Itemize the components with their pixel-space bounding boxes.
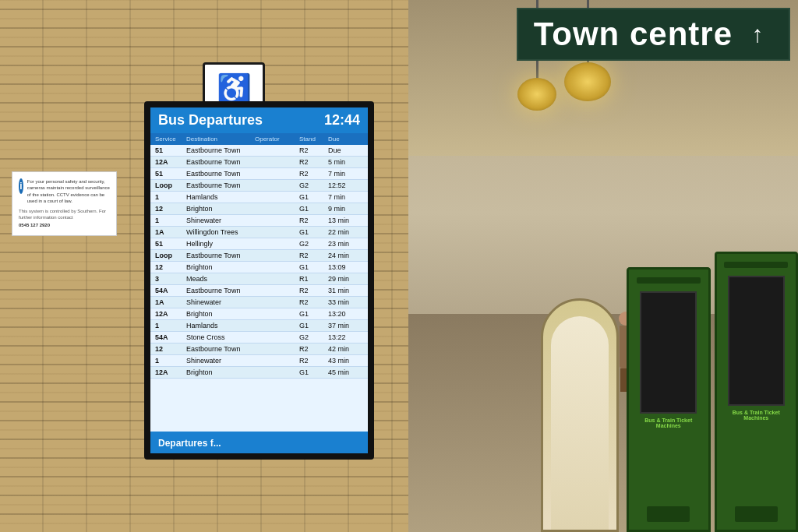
cell-service: 1 (155, 322, 185, 329)
table-row: 1 Shinewater R2 43 min (150, 355, 368, 367)
table-row: Loop Eastbourne Town R2 24 min (150, 250, 368, 262)
cell-destination: Shinewater (186, 357, 253, 365)
col-operator: Operator (255, 136, 298, 143)
cell-destination: Hellingly (186, 240, 253, 248)
cell-stand: G2 (299, 181, 327, 189)
cell-service: 12A (155, 368, 185, 376)
cell-due: 42 min (328, 345, 363, 353)
kiosk-2[interactable]: Bus & Train Ticket Machines (715, 252, 799, 532)
cell-due: 33 min (328, 298, 363, 306)
table-row: 54A Eastbourne Town R2 31 min (150, 285, 368, 297)
cell-service: 1 (155, 357, 185, 365)
cell-due: 37 min (328, 322, 363, 329)
cell-destination: Eastbourne Town (186, 287, 253, 294)
cell-stand: R2 (299, 146, 327, 154)
info-icon: i (19, 178, 23, 194)
kiosk-top-bar (637, 277, 701, 284)
footer-text: Departures f... (158, 438, 221, 449)
cell-service: 3 (155, 275, 185, 283)
cell-stand: G1 (299, 193, 327, 201)
cell-due: 13:09 (328, 263, 363, 271)
cell-stand: G1 (299, 310, 327, 318)
wheelchair-icon: ♿ (217, 72, 252, 105)
cell-due: 7 min (328, 193, 363, 201)
cell-stand: R2 (299, 170, 327, 178)
cell-stand: G2 (299, 333, 327, 341)
kiosk-screen (728, 276, 785, 406)
cell-service: 1 (155, 193, 185, 201)
table-row: 12A Brighton G1 45 min (150, 367, 368, 379)
cell-service: 54A (155, 287, 185, 294)
col-destination: Destination (186, 136, 253, 143)
cell-destination: Brighton (186, 310, 253, 318)
cell-service: 1 (155, 217, 185, 224)
table-row: 12 Brighton G1 9 min (150, 203, 368, 215)
cell-stand: R2 (299, 287, 327, 294)
departure-board: Bus Departures 12:44 Service Destination… (144, 101, 374, 460)
board-rows: 51 Eastbourne Town R2 Due 12A Eastbourne… (150, 145, 368, 432)
col-service: Service (155, 136, 185, 143)
cell-due: 45 min (328, 368, 363, 376)
cell-due: 24 min (328, 252, 363, 259)
cell-due: 13:20 (328, 310, 363, 318)
table-row: 51 Hellingly G2 23 min (150, 238, 368, 250)
cell-destination: Meads (186, 275, 253, 283)
cell-destination: Hamlands (186, 322, 253, 329)
cell-destination: Willingdon Trees (186, 228, 253, 236)
cell-due: 5 min (328, 158, 363, 166)
town-centre-text: Town centre (534, 16, 733, 53)
cell-destination: Shinewater (186, 217, 253, 224)
cell-due: 13 min (328, 217, 363, 224)
cell-destination: Eastbourne Town (186, 252, 253, 259)
cell-stand: G1 (299, 205, 327, 213)
kiosk-label: Bus & Train Ticket Machines (633, 417, 704, 428)
cell-due: 23 min (328, 240, 363, 248)
table-row: 3 Meads R1 29 min (150, 273, 368, 285)
cell-destination: Eastbourne Town (186, 345, 253, 353)
col-stand: Stand (299, 136, 327, 143)
cell-service: 1A (155, 228, 185, 236)
cell-stand: R2 (299, 298, 327, 306)
kiosk-top-bar (724, 262, 788, 268)
cell-due: 7 min (328, 170, 363, 178)
table-row: 12A Brighton G1 13:20 (150, 308, 368, 320)
cell-stand: G1 (299, 263, 327, 271)
table-row: 51 Eastbourne Town R2 Due (150, 145, 368, 157)
table-row: 51 Eastbourne Town R2 7 min (150, 168, 368, 180)
cell-destination: Eastbourne Town (186, 158, 253, 166)
kiosk-area: Bus & Train Ticket Machines Bus & Train … (627, 220, 798, 532)
cell-stand: G1 (299, 228, 327, 236)
cell-service: 12 (155, 263, 185, 271)
cell-due: 29 min (328, 275, 363, 283)
info-header: i For your personal safety and security,… (19, 178, 110, 205)
cell-destination: Brighton (186, 263, 253, 271)
cell-stand: G2 (299, 240, 327, 248)
cell-stand: G1 (299, 322, 327, 329)
cell-stand: R2 (299, 252, 327, 259)
board-title: Bus Departures (158, 112, 263, 129)
info-phone: 0545 127 2920 (19, 222, 110, 228)
table-row: 1 Hamlands G1 7 min (150, 192, 368, 203)
lamp-shade (517, 78, 556, 111)
board-time: 12:44 (324, 112, 360, 129)
table-row: 1A Shinewater R2 33 min (150, 297, 368, 308)
cell-service: Loop (155, 252, 185, 259)
cell-destination: Eastbourne Town (186, 146, 253, 154)
cell-service: 51 (155, 240, 185, 248)
info-text: For your personal safety and security, c… (27, 178, 110, 205)
cell-due: 31 min (328, 287, 363, 294)
town-centre-arrow: ↑ (742, 19, 773, 50)
cell-destination: Stone Cross (186, 333, 253, 341)
cell-service: 12A (155, 158, 185, 166)
cell-stand: R1 (299, 275, 327, 283)
kiosk-1[interactable]: Bus & Train Ticket Machines (627, 267, 711, 532)
cell-service: 12A (155, 310, 185, 318)
kiosk-dispenser (735, 506, 778, 522)
cell-due: 13:22 (328, 333, 363, 341)
cell-stand: R2 (299, 345, 327, 353)
door-inner (551, 316, 609, 530)
cell-destination: Hamlands (186, 193, 253, 201)
table-row: 1 Hamlands G1 37 min (150, 320, 368, 332)
info-subtitle: This system is controlled by Southern. F… (19, 208, 110, 221)
lamp-shade (564, 62, 611, 101)
